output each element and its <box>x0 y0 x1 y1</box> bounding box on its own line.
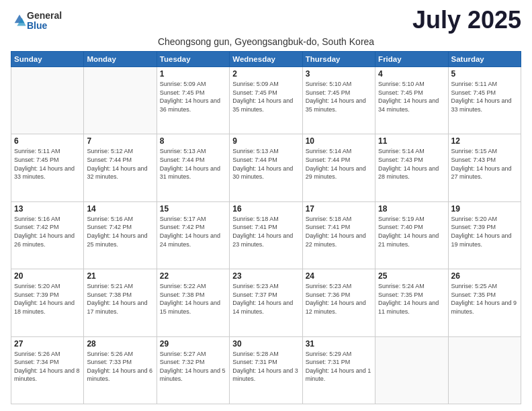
day-number: 5 <box>451 69 518 79</box>
day-info: Sunrise: 5:09 AM Sunset: 7:45 PM Dayligh… <box>160 80 226 113</box>
day-info: Sunrise: 5:16 AM Sunset: 7:42 PM Dayligh… <box>14 215 81 248</box>
month-title: July 2025 <box>412 8 521 32</box>
calendar-week-row: 27Sunrise: 5:26 AM Sunset: 7:34 PM Dayli… <box>11 336 521 404</box>
calendar-week-row: 13Sunrise: 5:16 AM Sunset: 7:42 PM Dayli… <box>11 201 521 269</box>
day-info: Sunrise: 5:28 AM Sunset: 7:31 PM Dayligh… <box>232 350 299 383</box>
day-info: Sunrise: 5:21 AM Sunset: 7:38 PM Dayligh… <box>87 282 153 316</box>
day-number: 11 <box>378 136 445 146</box>
day-number: 15 <box>160 204 226 214</box>
table-row: 25Sunrise: 5:24 AM Sunset: 7:35 PM Dayli… <box>375 269 448 336</box>
table-row: 6Sunrise: 5:11 AM Sunset: 7:45 PM Daylig… <box>11 134 84 201</box>
day-number: 6 <box>14 136 81 146</box>
day-info: Sunrise: 5:27 AM Sunset: 7:32 PM Dayligh… <box>160 350 226 383</box>
day-number: 19 <box>451 204 518 214</box>
table-row: 31Sunrise: 5:29 AM Sunset: 7:31 PM Dayli… <box>302 336 375 404</box>
day-info: Sunrise: 5:13 AM Sunset: 7:44 PM Dayligh… <box>160 147 226 181</box>
day-number: 17 <box>306 204 372 214</box>
day-info: Sunrise: 5:11 AM Sunset: 7:45 PM Dayligh… <box>451 80 518 113</box>
table-row: 13Sunrise: 5:16 AM Sunset: 7:42 PM Dayli… <box>11 201 84 269</box>
day-number: 22 <box>160 271 226 281</box>
table-row <box>11 67 84 134</box>
table-row: 26Sunrise: 5:25 AM Sunset: 7:35 PM Dayli… <box>448 269 521 336</box>
logo-icon <box>12 12 27 27</box>
day-number: 8 <box>160 136 226 146</box>
table-row <box>448 336 521 404</box>
logo-blue-label: Blue <box>27 21 62 31</box>
table-row: 14Sunrise: 5:16 AM Sunset: 7:42 PM Dayli… <box>84 201 157 269</box>
col-monday: Monday <box>84 52 157 67</box>
day-number: 18 <box>378 204 445 214</box>
table-row: 8Sunrise: 5:13 AM Sunset: 7:44 PM Daylig… <box>157 134 229 201</box>
day-number: 14 <box>87 204 153 214</box>
day-number: 2 <box>232 69 299 79</box>
day-number: 4 <box>378 69 445 79</box>
day-info: Sunrise: 5:14 AM Sunset: 7:43 PM Dayligh… <box>378 147 445 181</box>
title-section: July 2025 <box>412 8 521 32</box>
calendar-header-row: Sunday Monday Tuesday Wednesday Thursday… <box>11 52 521 67</box>
day-number: 16 <box>232 204 299 214</box>
day-info: Sunrise: 5:13 AM Sunset: 7:44 PM Dayligh… <box>232 147 299 181</box>
table-row: 28Sunrise: 5:26 AM Sunset: 7:33 PM Dayli… <box>84 336 157 404</box>
table-row: 23Sunrise: 5:23 AM Sunset: 7:37 PM Dayli… <box>230 269 302 336</box>
day-info: Sunrise: 5:14 AM Sunset: 7:44 PM Dayligh… <box>306 147 372 181</box>
day-info: Sunrise: 5:10 AM Sunset: 7:45 PM Dayligh… <box>378 80 445 113</box>
col-wednesday: Wednesday <box>230 52 302 67</box>
day-info: Sunrise: 5:29 AM Sunset: 7:31 PM Dayligh… <box>306 350 372 383</box>
logo-general-label: General <box>27 11 62 21</box>
header: General Blue July 2025 <box>11 8 521 32</box>
col-saturday: Saturday <box>448 52 521 67</box>
calendar-table: Sunday Monday Tuesday Wednesday Thursday… <box>11 51 521 404</box>
col-tuesday: Tuesday <box>157 52 229 67</box>
table-row: 19Sunrise: 5:20 AM Sunset: 7:39 PM Dayli… <box>448 201 521 269</box>
table-row: 10Sunrise: 5:14 AM Sunset: 7:44 PM Dayli… <box>302 134 375 201</box>
table-row: 22Sunrise: 5:22 AM Sunset: 7:38 PM Dayli… <box>157 269 229 336</box>
table-row: 30Sunrise: 5:28 AM Sunset: 7:31 PM Dayli… <box>230 336 302 404</box>
day-info: Sunrise: 5:17 AM Sunset: 7:42 PM Dayligh… <box>160 215 226 248</box>
day-number: 30 <box>232 339 299 349</box>
col-thursday: Thursday <box>302 52 375 67</box>
day-info: Sunrise: 5:16 AM Sunset: 7:42 PM Dayligh… <box>87 215 153 248</box>
calendar-week-row: 6Sunrise: 5:11 AM Sunset: 7:45 PM Daylig… <box>11 134 521 201</box>
day-number: 7 <box>87 136 153 146</box>
table-row: 2Sunrise: 5:09 AM Sunset: 7:45 PM Daylig… <box>230 67 302 134</box>
table-row: 5Sunrise: 5:11 AM Sunset: 7:45 PM Daylig… <box>448 67 521 134</box>
col-friday: Friday <box>375 52 448 67</box>
table-row: 18Sunrise: 5:19 AM Sunset: 7:40 PM Dayli… <box>375 201 448 269</box>
table-row: 17Sunrise: 5:18 AM Sunset: 7:41 PM Dayli… <box>302 201 375 269</box>
table-row: 21Sunrise: 5:21 AM Sunset: 7:38 PM Dayli… <box>84 269 157 336</box>
day-number: 9 <box>232 136 299 146</box>
day-info: Sunrise: 5:20 AM Sunset: 7:39 PM Dayligh… <box>451 215 518 248</box>
page: General Blue July 2025 Cheongsong gun, G… <box>0 0 532 411</box>
table-row: 9Sunrise: 5:13 AM Sunset: 7:44 PM Daylig… <box>230 134 302 201</box>
day-number: 31 <box>306 339 372 349</box>
day-number: 25 <box>378 271 445 281</box>
table-row: 3Sunrise: 5:10 AM Sunset: 7:45 PM Daylig… <box>302 67 375 134</box>
day-info: Sunrise: 5:12 AM Sunset: 7:44 PM Dayligh… <box>87 147 153 181</box>
day-info: Sunrise: 5:18 AM Sunset: 7:41 PM Dayligh… <box>232 215 299 248</box>
table-row: 4Sunrise: 5:10 AM Sunset: 7:45 PM Daylig… <box>375 67 448 134</box>
day-number: 13 <box>14 204 81 214</box>
calendar-week-row: 20Sunrise: 5:20 AM Sunset: 7:39 PM Dayli… <box>11 269 521 336</box>
table-row: 16Sunrise: 5:18 AM Sunset: 7:41 PM Dayli… <box>230 201 302 269</box>
day-info: Sunrise: 5:18 AM Sunset: 7:41 PM Dayligh… <box>306 215 372 248</box>
table-row: 29Sunrise: 5:27 AM Sunset: 7:32 PM Dayli… <box>157 336 229 404</box>
day-info: Sunrise: 5:09 AM Sunset: 7:45 PM Dayligh… <box>232 80 299 113</box>
table-row: 27Sunrise: 5:26 AM Sunset: 7:34 PM Dayli… <box>11 336 84 404</box>
day-info: Sunrise: 5:26 AM Sunset: 7:33 PM Dayligh… <box>87 350 153 383</box>
day-info: Sunrise: 5:15 AM Sunset: 7:43 PM Dayligh… <box>451 147 518 181</box>
table-row: 11Sunrise: 5:14 AM Sunset: 7:43 PM Dayli… <box>375 134 448 201</box>
col-sunday: Sunday <box>11 52 84 67</box>
day-number: 1 <box>160 69 226 79</box>
table-row: 7Sunrise: 5:12 AM Sunset: 7:44 PM Daylig… <box>84 134 157 201</box>
table-row: 12Sunrise: 5:15 AM Sunset: 7:43 PM Dayli… <box>448 134 521 201</box>
logo-text: General Blue <box>27 11 62 32</box>
table-row <box>375 336 448 404</box>
day-number: 27 <box>14 339 81 349</box>
day-info: Sunrise: 5:11 AM Sunset: 7:45 PM Dayligh… <box>14 147 81 181</box>
day-info: Sunrise: 5:22 AM Sunset: 7:38 PM Dayligh… <box>160 282 226 316</box>
day-number: 10 <box>306 136 372 146</box>
table-row: 20Sunrise: 5:20 AM Sunset: 7:39 PM Dayli… <box>11 269 84 336</box>
subtitle: Cheongsong gun, Gyeongsangbuk-do, South … <box>11 36 521 47</box>
table-row: 15Sunrise: 5:17 AM Sunset: 7:42 PM Dayli… <box>157 201 229 269</box>
day-number: 12 <box>451 136 518 146</box>
